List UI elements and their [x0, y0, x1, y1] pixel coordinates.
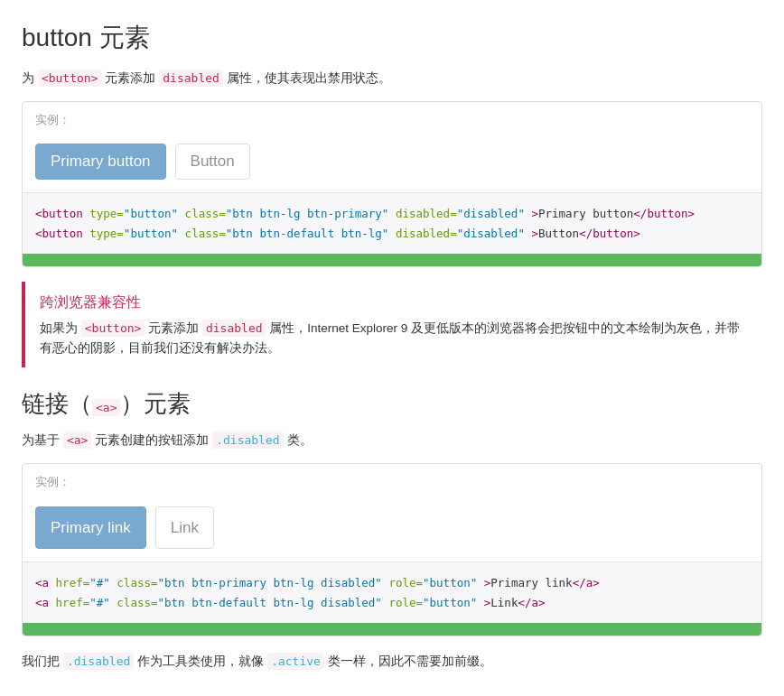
- code-line-1: <button type="button" class="btn btn-lg …: [35, 204, 749, 223]
- section2-title: 链接（<a>）元素: [22, 385, 762, 423]
- a-tag-code-intro: <a>: [63, 432, 91, 449]
- a-tag-code-title: <a>: [92, 399, 120, 416]
- disabled-attr-code: disabled: [159, 70, 223, 87]
- code2-line-1: <a href="#" class="btn btn-primary btn-l…: [35, 573, 749, 592]
- green-bar-1: [23, 254, 761, 266]
- footer-code2: .active: [267, 653, 324, 670]
- code2-line-2: <a href="#" class="btn btn-default btn-l…: [35, 593, 749, 612]
- button-tag-code: <button>: [38, 70, 102, 87]
- example-content-2: Primary link Link: [23, 497, 761, 561]
- example-label-2: 实例：: [23, 464, 761, 497]
- green-bar-2: [23, 623, 761, 636]
- code-block-1: <button type="button" class="btn btn-lg …: [23, 192, 761, 254]
- section2-intro: 为基于 <a> 元素创建的按钮添加 .disabled 类。: [22, 430, 762, 450]
- primary-link-button[interactable]: Primary link: [35, 506, 146, 549]
- code-block-2: <a href="#" class="btn btn-primary btn-l…: [23, 561, 761, 623]
- default-link-button[interactable]: Link: [155, 506, 214, 549]
- default-button[interactable]: Button: [175, 144, 250, 180]
- disabled-class-code: .disabled: [212, 432, 283, 449]
- example-box-2: 实例： Primary link Link <a href="#" class=…: [22, 463, 762, 636]
- section1-title: button 元素: [22, 18, 762, 59]
- warning-code1: <button>: [81, 320, 145, 337]
- footer-code1: .disabled: [63, 653, 134, 670]
- example-label-1: 实例：: [23, 102, 761, 135]
- warning-title: 跨浏览器兼容性: [40, 291, 748, 314]
- warning-text: 如果为 <button> 元素添加 disabled 属性，Internet E…: [40, 319, 748, 357]
- example-box-1: 实例： Primary button Button <button type="…: [22, 101, 762, 267]
- primary-button[interactable]: Primary button: [35, 144, 166, 180]
- section1-intro: 为 <button> 元素添加 disabled 属性，使其表现出禁用状态。: [22, 68, 762, 88]
- footer-note: 我们把 .disabled 作为工具类使用，就像 .active 类一样，因此不…: [22, 651, 762, 672]
- warning-box: 跨浏览器兼容性 如果为 <button> 元素添加 disabled 属性，In…: [22, 282, 762, 367]
- code-line-2: <button type="button" class="btn btn-def…: [35, 224, 749, 243]
- warning-code2: disabled: [202, 320, 266, 337]
- example-content-1: Primary button Button: [23, 135, 761, 192]
